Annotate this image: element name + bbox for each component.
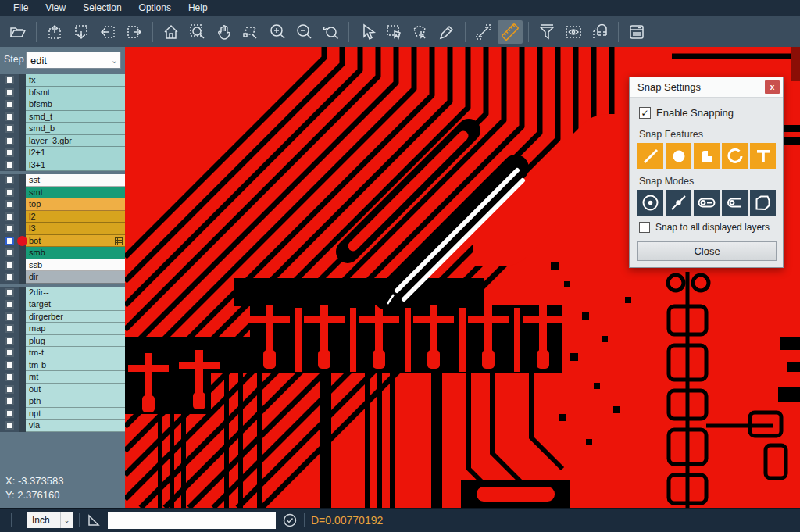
snap-midpoint-icon[interactable] (666, 190, 691, 216)
layer-checkbox[interactable] (5, 237, 14, 245)
layer-row[interactable]: top (0, 198, 125, 211)
layer-row[interactable]: l2+1 (0, 147, 125, 159)
layer-label[interactable]: smb (26, 247, 125, 259)
layer-label[interactable]: tm-b (26, 359, 125, 372)
snap-open-slot-icon[interactable] (722, 190, 748, 216)
layer-checkbox[interactable] (5, 161, 14, 170)
menu-item[interactable]: View (37, 0, 74, 16)
layer-checkbox[interactable] (5, 176, 14, 184)
layer-label[interactable]: smd_b (26, 123, 125, 135)
layer-label[interactable]: pth (26, 395, 125, 408)
layer-row[interactable]: pth (0, 395, 125, 408)
layer-checkbox[interactable] (5, 337, 14, 345)
snap-all-layers-row[interactable]: Snap to all displayed layers (639, 222, 770, 233)
layer-row[interactable]: via (0, 420, 125, 432)
layer-row[interactable]: sst (0, 174, 125, 187)
layer-checkbox[interactable] (5, 212, 14, 221)
select-rectangle-icon[interactable] (381, 20, 406, 44)
layer-row[interactable]: l2 (0, 211, 125, 223)
layer-row[interactable]: smb (0, 247, 125, 259)
layer-label[interactable]: layer_3.gbr (26, 135, 125, 148)
layer-row[interactable]: bfsmb (0, 98, 125, 111)
layer-row[interactable]: smt (0, 187, 125, 199)
layer-row[interactable]: target (0, 298, 125, 311)
select-arrow-icon[interactable] (355, 20, 380, 44)
layer-label[interactable]: plug (26, 335, 125, 348)
open-folder-icon[interactable] (5, 20, 30, 44)
layer-label[interactable]: mt (26, 371, 125, 384)
layer-checkbox[interactable] (5, 312, 14, 321)
snap-line-icon[interactable] (638, 143, 663, 169)
apply-check-icon[interactable] (282, 512, 298, 528)
layer-checkbox[interactable] (5, 397, 14, 405)
layer-label[interactable]: bfsmt (26, 87, 125, 99)
zoom-object-icon[interactable] (238, 20, 263, 44)
layer-checkbox[interactable] (5, 348, 14, 357)
layer-checkbox[interactable] (5, 88, 14, 97)
layer-checkbox[interactable] (5, 261, 14, 270)
layer-label[interactable]: bot (26, 235, 125, 248)
snap-arc-icon[interactable] (722, 143, 748, 169)
layer-label[interactable]: smd_t (26, 111, 125, 123)
filter-icon[interactable] (534, 20, 559, 44)
layer-checkbox[interactable] (5, 288, 14, 297)
close-button[interactable]: Close (638, 241, 777, 261)
layer-label[interactable]: via (26, 420, 125, 432)
snap-all-layers-checkbox[interactable] (639, 222, 650, 233)
snap-surface-icon[interactable] (694, 143, 720, 169)
snap-circle-icon[interactable] (666, 143, 691, 169)
layer-checkbox[interactable] (5, 137, 14, 145)
layer-checkbox[interactable] (5, 76, 14, 84)
enable-snapping-row[interactable]: ✓ Enable Snapping (639, 107, 734, 119)
clean-brush-icon[interactable] (434, 20, 459, 44)
layer-row[interactable]: dir (0, 271, 125, 284)
layer-row[interactable]: dirgerber (0, 311, 125, 323)
layer-row[interactable]: smd_b (0, 123, 125, 135)
layer-label[interactable]: fx (26, 74, 125, 87)
snap-closed-slot-icon[interactable] (694, 190, 720, 216)
menu-item[interactable]: File (5, 0, 37, 16)
layer-row[interactable]: npt (0, 408, 125, 420)
units-select[interactable]: Inch ⌄ (27, 512, 73, 528)
layer-row[interactable]: tm-b (0, 359, 125, 372)
layer-label[interactable]: dirgerber (26, 311, 125, 323)
layer-label[interactable]: top (26, 198, 125, 211)
step-select[interactable]: edit ⌄ (26, 52, 121, 69)
layer-checkbox[interactable] (5, 324, 14, 333)
menu-item[interactable]: Selection (74, 0, 130, 16)
layer-label[interactable]: dir (26, 271, 125, 284)
layer-label[interactable]: smt (26, 187, 125, 199)
layer-row[interactable]: l3 (0, 223, 125, 235)
layer-label[interactable]: l3+1 (26, 159, 125, 172)
report-icon[interactable] (624, 20, 649, 44)
layer-row[interactable]: out (0, 384, 125, 396)
layer-checkbox[interactable] (5, 421, 14, 430)
layer-checkbox[interactable] (5, 273, 14, 281)
layer-label[interactable]: tm-t (26, 347, 125, 359)
layer-checkbox[interactable] (5, 300, 14, 309)
zoom-in-icon[interactable] (265, 20, 290, 44)
zoom-window-icon[interactable] (185, 20, 210, 44)
zoom-out-icon[interactable] (291, 20, 316, 44)
layer-checkbox[interactable] (5, 124, 14, 133)
layer-checkbox[interactable] (5, 361, 14, 370)
layer-checkbox[interactable] (5, 200, 14, 209)
pan-left-icon[interactable] (95, 20, 120, 44)
layer-checkbox[interactable] (5, 224, 14, 233)
layer-checkbox[interactable] (5, 409, 14, 418)
layer-checkbox[interactable] (5, 373, 14, 381)
menu-item[interactable]: Options (130, 0, 180, 16)
pan-down-icon[interactable] (69, 20, 94, 44)
select-polygon-icon[interactable] (408, 20, 433, 44)
layer-row[interactable]: mt (0, 371, 125, 384)
layer-row[interactable]: map (0, 323, 125, 335)
layer-label[interactable]: target (26, 298, 125, 311)
pan-hand-icon[interactable] (212, 20, 237, 44)
layer-row[interactable]: fx (0, 74, 125, 87)
layer-checkbox[interactable] (5, 100, 14, 109)
snap-center-icon[interactable] (638, 190, 663, 216)
layer-label[interactable]: 2dir-- (26, 287, 125, 299)
layer-label[interactable]: ssb (26, 259, 125, 272)
layer-label[interactable]: l2 (26, 211, 125, 223)
layer-label[interactable]: l3 (26, 223, 125, 235)
